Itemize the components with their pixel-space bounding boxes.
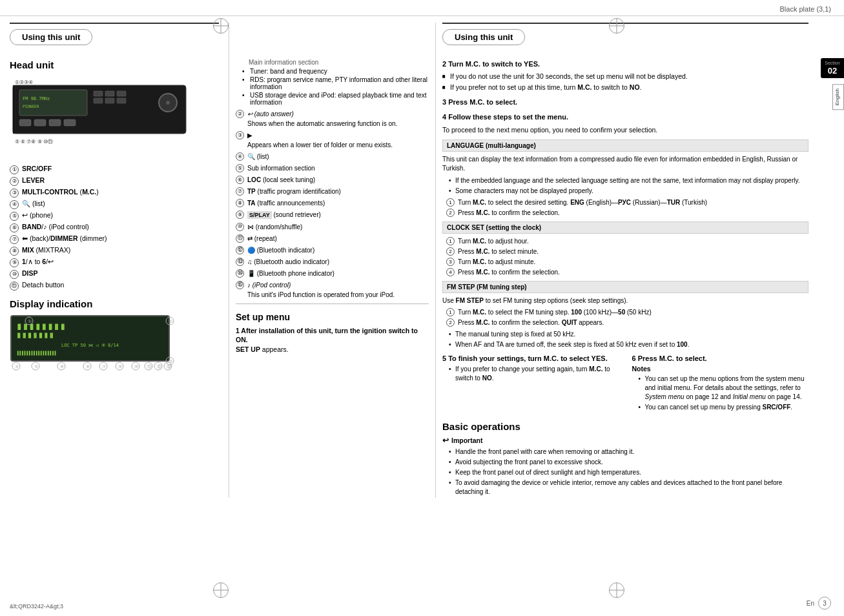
svg-text:▐▐▐▐▐▐▐▐▐▐▐▐▐▐▐▐▐: ▐▐▐▐▐▐▐▐▐▐▐▐▐▐▐▐▐ — [16, 351, 56, 356]
left-column: Using this unit Head unit FM 98.7MHz PIO… — [10, 23, 229, 498]
list-item: ⑩ DISP — [10, 269, 219, 279]
left-section-title: Using this unit — [10, 29, 92, 45]
list-item: ① SRC/OFF — [10, 165, 219, 174]
svg-text:⑩: ⑩ — [134, 364, 138, 369]
language-badge: English — [832, 84, 844, 110]
svg-text:PIONEER: PIONEER — [23, 104, 39, 108]
notes-title: Notes — [632, 365, 809, 373]
svg-rect-6 — [94, 91, 103, 96]
info-item-5: ⑤ Sub information section — [236, 163, 429, 173]
info-item-11: ⑪ ⇄ (repeat) — [236, 234, 429, 243]
svg-rect-7 — [105, 91, 114, 96]
svg-text:⑤: ⑤ — [34, 364, 38, 369]
info-items-list: ② ↩ (auto answer) Shows when the automat… — [236, 109, 429, 300]
plate-text: Black plate (3,1) — [780, 5, 831, 13]
footer-left: &lt;QRD3242-A&gt;3 — [10, 603, 63, 610]
important-label: ↩ Important — [442, 436, 808, 445]
language-bullets: If the embedded language and the selecte… — [442, 176, 808, 196]
info-item-8: ⑧ TA (traffic announcements) — [236, 198, 429, 208]
steps-5-6: 5 To finish your settings, turn M.C. to … — [442, 354, 808, 413]
fm-description: Use FM STEP to set FM tuning step option… — [442, 296, 808, 305]
info-item-2: ② ↩ (auto answer) Shows when the automat… — [236, 109, 429, 128]
main-info-bullet-1: •Tuner: band and frequency — [242, 68, 429, 75]
svg-text:LOC TP 50  ⋈ ◁ ⑨ 8/14: LOC TP 50 ⋈ ◁ ⑨ 8/14 — [61, 343, 119, 348]
important-icon: ↩ — [442, 436, 449, 445]
info-item-13: ⑬ ♫ (Bluetooth audio indicator) — [236, 257, 429, 267]
info-item-4: ④ 🔍 (list) — [236, 152, 429, 161]
page-number-badge: 3 — [818, 597, 831, 610]
info-item-3: ③ ▶ Appears when a lower tier of folder … — [236, 130, 429, 150]
sub-information-section: Sub information section — [247, 163, 315, 173]
list-item: ⑧ MIX (MIXTRAX) — [10, 246, 219, 256]
info-item-12: ⑫ 🔵 (Bluetooth indicator) — [236, 245, 429, 255]
info-item-14: ⑭ 📱 (Bluetooth phone indicator) — [236, 269, 429, 278]
language-description: This unit can display the text informati… — [442, 155, 808, 173]
setup-menu-title: Set up menu — [236, 312, 429, 322]
svg-text:⑦: ⑦ — [102, 364, 106, 369]
svg-text:⑪: ⑪ — [147, 364, 152, 369]
list-item: ⑪ Detach button — [10, 281, 219, 291]
step2: 2 Turn M.C. to switch to YES. ■ If you d… — [442, 59, 808, 92]
svg-text:④: ④ — [15, 364, 19, 369]
display-svg: ▐▌▐▌▐▌▐▌▐▌▐▌▐▌▐▌ ▐▌▐▌▐▌▐▌▐▌▐▌▐▌ LOC TP 5… — [10, 314, 178, 373]
svg-point-5 — [166, 101, 170, 105]
svg-rect-15 — [64, 119, 76, 126]
clock-steps: 1Turn M.C. to adjust hour. 2Press M.C. t… — [442, 237, 808, 277]
svg-rect-12 — [19, 119, 31, 126]
setup-step-1: 1 After installation of this unit, turn … — [236, 326, 429, 354]
svg-rect-11 — [117, 98, 126, 103]
svg-rect-16 — [13, 85, 15, 134]
page-footer: En 3 — [807, 597, 831, 610]
display-indication-title: Display indication — [10, 298, 219, 309]
svg-text:⑤  ⑥  ⑦⑧    ⑨  ⑩⑪: ⑤ ⑥ ⑦⑧ ⑨ ⑩⑪ — [15, 139, 53, 145]
list-item: ② LEVER — [10, 176, 219, 186]
info-item-9: ⑨ S/PLAY (sound retriever) — [236, 210, 429, 220]
fm-bullets: The manual tuning step is fixed at 50 kH… — [442, 330, 808, 349]
main-info-section-label: Main information section — [236, 59, 429, 66]
svg-text:①: ① — [28, 319, 32, 323]
important-bullets: Handle the front panel with care when re… — [442, 447, 808, 497]
detach-button-label: Detach button — [22, 281, 64, 290]
parts-list: ① SRC/OFF ② LEVER ③ MULTI-CONTROL (M.C.)… — [10, 165, 219, 291]
right-column: Using this unit 2 Turn M.C. to switch to… — [436, 23, 834, 498]
list-item: ④ 🔍 (list) — [10, 200, 219, 209]
list-item: ③ MULTI-CONTROL (M.C.) — [10, 188, 219, 198]
svg-text:⑫: ⑫ — [157, 364, 161, 369]
device-svg: FM 98.7MHz PIONEER ①② — [10, 76, 190, 153]
svg-text:⑧: ⑧ — [86, 364, 90, 369]
info-item-10: ⑩ ⋈ (random/shuffle) — [236, 222, 429, 232]
step4: 4 Follow these steps to set the menu. To… — [442, 112, 808, 134]
list-item: ⑤ ↩ (phone) — [10, 211, 219, 221]
svg-rect-13 — [34, 119, 46, 126]
list-item: ⑥ BAND/♪ (iPod control) — [10, 223, 219, 232]
list-item: ⑦ ⬅ (back)/DIMMER (dimmer) — [10, 234, 219, 244]
svg-text:①②③④: ①②③④ — [15, 79, 33, 85]
info-item-15: ⑮ ♪ (iPod control) This unit's iPod func… — [236, 280, 429, 300]
svg-rect-8 — [117, 91, 126, 96]
svg-rect-1 — [19, 90, 87, 116]
head-unit-title: Head unit — [10, 59, 219, 70]
page-header: Black plate (3,1) — [0, 0, 844, 16]
svg-text:⑨: ⑨ — [118, 364, 122, 369]
mid-column: Main information section •Tuner: band an… — [229, 23, 436, 498]
svg-rect-9 — [94, 98, 103, 103]
clock-set-box: CLOCK SET (setting the clock) — [442, 221, 808, 234]
fm-step-box: FM STEP (FM tuning step) — [442, 281, 808, 293]
language-steps: 1 Turn M.C. to select the desired settin… — [442, 198, 808, 218]
list-item: ⑨ 1/∧ to 6/↩ — [10, 258, 219, 267]
basic-operations-title: Basic operations — [442, 421, 808, 432]
info-item-6: ⑥ LOC (local seek tuning) — [236, 175, 429, 185]
svg-text:▐▌▐▌▐▌▐▌▐▌▐▌▐▌: ▐▌▐▌▐▌▐▌▐▌▐▌▐▌ — [16, 333, 54, 338]
svg-text:⑥: ⑥ — [60, 364, 64, 369]
right-section-title: Using this unit — [442, 29, 525, 45]
svg-text:▐▌▐▌▐▌▐▌▐▌▐▌▐▌▐▌: ▐▌▐▌▐▌▐▌▐▌▐▌▐▌▐▌ — [16, 323, 66, 330]
device-image-area: FM 98.7MHz PIONEER ①② — [10, 76, 190, 159]
main-info-bullet-2: •RDS: program service name, PTY informat… — [242, 76, 429, 90]
svg-text:⑬: ⑬ — [167, 364, 171, 369]
info-item-7: ⑦ TP (traffic program identification) — [236, 187, 429, 196]
step3: 3 Press M.C. to select. — [442, 98, 808, 107]
svg-rect-14 — [49, 119, 61, 126]
svg-rect-10 — [105, 98, 114, 103]
fm-steps: 1 Turn M.C. to select the FM tuning step… — [442, 308, 808, 327]
svg-text:FM  98.7MHz: FM 98.7MHz — [23, 96, 50, 101]
